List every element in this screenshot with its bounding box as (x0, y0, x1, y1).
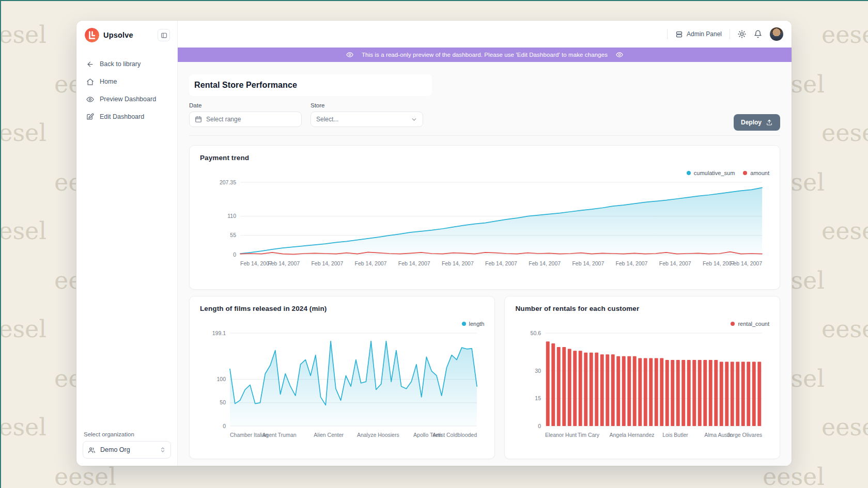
sidebar-item-preview-dashboard[interactable]: Preview Dashboard (83, 92, 171, 106)
store-filter-label: Store (311, 102, 423, 108)
frame-top-line (0, 0, 868, 1)
legend-item-rental_count[interactable]: rental_count (731, 320, 769, 328)
main-area: Admin Panel This is a read-only preview … (178, 21, 792, 466)
svg-text:Analyze Hoosiers: Analyze Hoosiers (357, 432, 399, 438)
watermark-text: eesel (0, 315, 47, 343)
store-select[interactable]: Select... (311, 112, 423, 127)
readonly-banner: This is a read-only preview of the dashb… (178, 48, 792, 62)
brand-row: Upsolve (83, 27, 171, 43)
svg-text:Feb 14, 2007: Feb 14, 2007 (268, 260, 300, 266)
svg-text:30: 30 (535, 368, 541, 374)
collapse-sidebar-button[interactable] (158, 29, 170, 41)
svg-text:15: 15 (535, 395, 541, 401)
chevron-down-icon (411, 116, 417, 123)
legend-label: amount (750, 170, 769, 176)
legend-item-cumulative_sum[interactable]: cumulative_sum (687, 169, 735, 177)
org-select-label: Select organization (84, 431, 170, 437)
legend-dot (731, 322, 735, 326)
home-icon (86, 78, 94, 86)
date-range-placeholder: Select range (206, 116, 241, 123)
date-filter: Date Select range (189, 102, 302, 127)
deploy-button[interactable]: Deploy (734, 114, 780, 131)
topbar-divider (730, 29, 730, 39)
frame-left-line (0, 0, 1, 488)
svg-text:Feb 14, 2007: Feb 14, 2007 (355, 260, 387, 266)
arrow-left-icon (86, 60, 94, 68)
sidebar-item-home[interactable]: Home (83, 74, 171, 89)
svg-text:199.1: 199.1 (212, 330, 226, 336)
organization-select[interactable]: Demo Org (83, 441, 171, 459)
watermark-text: eesel (822, 217, 868, 245)
watermark-text: eesel (0, 21, 47, 49)
svg-text:Feb 14, 2007: Feb 14, 2007 (730, 260, 762, 266)
svg-text:Agent Truman: Agent Truman (262, 432, 297, 438)
svg-text:Feb 14, 2007: Feb 14, 2007 (442, 260, 474, 266)
film-length-chart[interactable]: 050100199.1Chamber ItalianAgent TrumanAl… (200, 328, 484, 442)
eye-icon (86, 96, 94, 103)
sun-icon (738, 30, 746, 38)
date-range-input[interactable]: Select range (189, 112, 302, 127)
legend-item-amount[interactable]: amount (743, 169, 769, 177)
svg-text:0: 0 (233, 251, 236, 258)
svg-text:55: 55 (230, 232, 236, 238)
title-card: Rental Store Performance (189, 74, 432, 96)
svg-text:Alien Center: Alien Center (314, 432, 344, 438)
sidebar-item-label: Back to library (100, 60, 141, 68)
chart-title: Length of films released in 2024 (min) (200, 305, 484, 312)
notifications-button[interactable] (754, 30, 762, 38)
filters-divider (189, 135, 780, 136)
watermark-text: eesel (0, 217, 47, 245)
chart-legend: cumulative_sumamount (200, 169, 769, 177)
sidebar: Upsolve Back to library Home (76, 21, 178, 466)
theme-toggle-button[interactable] (738, 30, 746, 38)
legend-dot (687, 171, 691, 175)
admin-panel-label: Admin Panel (687, 30, 722, 38)
svg-text:Feb 14, 2007: Feb 14, 2007 (485, 260, 517, 266)
chevron-up-down-icon (160, 446, 166, 453)
film-length-card: Length of films released in 2024 (min) l… (189, 296, 495, 459)
svg-text:Angela Hernandez: Angela Hernandez (610, 432, 655, 438)
rental-count-chart[interactable]: 0153050.6Eleanor HuntTim CaryAngela Hern… (515, 328, 769, 442)
svg-text:Lois Butler: Lois Butler (663, 432, 689, 438)
deploy-button-label: Deploy (741, 119, 762, 126)
org-select-value: Demo Org (100, 446, 130, 453)
svg-text:Jorge Olivares: Jorge Olivares (727, 432, 763, 438)
chart-legend: length (200, 320, 484, 328)
users-icon (88, 446, 96, 454)
upload-icon (766, 119, 773, 126)
svg-text:Feb 14, 2007: Feb 14, 2007 (659, 260, 691, 266)
rental-count-card: Number of rentals for each customer rent… (504, 296, 780, 459)
svg-text:Artist Coldblooded: Artist Coldblooded (432, 432, 477, 438)
legend-label: cumulative_sum (694, 170, 735, 176)
legend-label: length (469, 321, 485, 327)
legend-item-length[interactable]: length (462, 320, 485, 328)
watermark-text: eesel (822, 21, 868, 49)
store-select-placeholder: Select... (316, 116, 338, 123)
topbar: Admin Panel (178, 21, 792, 48)
svg-text:Feb 14, 2007: Feb 14, 2007 (572, 260, 604, 266)
banner-text: This is a read-only preview of the dashb… (362, 52, 608, 58)
sidebar-panel-icon (161, 32, 167, 39)
svg-text:0: 0 (538, 423, 541, 429)
sidebar-item-back-to-library[interactable]: Back to library (83, 57, 171, 71)
svg-text:50.6: 50.6 (531, 330, 541, 336)
svg-text:Feb 14, 2007: Feb 14, 2007 (398, 260, 430, 266)
server-icon (675, 30, 683, 38)
watermark-text: eesel (822, 119, 868, 147)
watermark-text: eesel (822, 315, 868, 343)
admin-panel-button[interactable]: Admin Panel (675, 30, 722, 38)
svg-text:Tim Cary: Tim Cary (578, 432, 600, 438)
svg-text:Eleanor Hunt: Eleanor Hunt (545, 432, 577, 438)
legend-label: rental_count (738, 321, 769, 327)
payment-trend-chart[interactable]: 055110207.35Feb 14, 2007Feb 14, 2007Feb … (200, 177, 769, 270)
calendar-icon (195, 116, 202, 123)
payment-trend-card: Payment trend cumulative_sumamount 05511… (189, 145, 780, 290)
edit-icon (86, 113, 94, 121)
user-avatar[interactable] (770, 27, 783, 41)
upsolve-logo-icon (85, 28, 99, 42)
chart-legend: rental_count (515, 320, 769, 328)
svg-text:207.35: 207.35 (220, 179, 236, 185)
sidebar-item-label: Edit Dashboard (100, 113, 144, 120)
sidebar-item-edit-dashboard[interactable]: Edit Dashboard (83, 109, 171, 124)
page-title: Rental Store Performance (194, 81, 297, 90)
